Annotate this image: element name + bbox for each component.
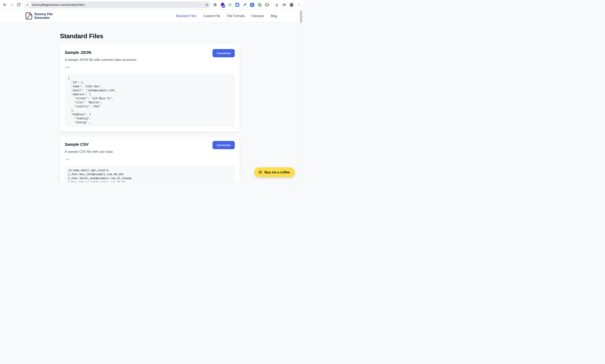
site-header: Dummy File Generator Standard Files Cust… (0, 10, 302, 22)
site-settings-button[interactable] (25, 2, 30, 7)
blue-snowflake-extension-icon[interactable] (235, 3, 240, 7)
recycle-extension-icon[interactable]: ♻ (213, 3, 217, 7)
nav-custom-file[interactable]: Custom File (203, 14, 220, 18)
main-content: Standard Files Sample JSON Download A sa… (60, 32, 240, 182)
reload-icon (16, 2, 21, 7)
card-title: Sample JSON (65, 50, 91, 55)
download-csv-button[interactable]: Download (212, 141, 235, 149)
bookmark-star-icon (205, 3, 209, 7)
downloads-button[interactable] (275, 3, 279, 7)
forward-button[interactable] (8, 1, 15, 8)
main-nav: Standard Files Custom File File Formats … (176, 14, 277, 18)
map-screenshot-extension-icon[interactable] (257, 3, 262, 7)
toolbar-system-icons (275, 3, 301, 7)
card-title: Sample CSV (65, 142, 89, 147)
menu-dots-icon (297, 3, 301, 7)
logo-document-wand-icon (25, 12, 33, 20)
browser-menu-button[interactable] (297, 3, 301, 7)
nav-file-formats[interactable]: File Formats (227, 14, 245, 18)
page-title: Standard Files (60, 32, 240, 40)
page-scrollbar[interactable] (300, 10, 302, 182)
profile-avatar[interactable] (289, 3, 294, 7)
card-header: Sample CSV Download (65, 141, 235, 149)
sample-json-card: Sample JSON Download A sample JSON file … (60, 45, 240, 132)
media-playlist-button[interactable] (282, 3, 287, 7)
nav-standard-files[interactable]: Standard Files (176, 14, 196, 18)
card-description: A sample JSON file with common data stru… (65, 57, 235, 62)
json-code-preview: { "id": 1, "name": "John Doe", "email": … (65, 74, 235, 127)
browser-toolbar: dummyfilegenerator.com/standard-files ♻ … (0, 0, 302, 10)
card-description: A sample CSV file with user data (65, 149, 235, 154)
scrollbar-thumb[interactable] (300, 11, 302, 23)
password-shield-extension-icon[interactable] (250, 3, 254, 7)
bookmark-button[interactable] (205, 3, 209, 7)
reload-button[interactable] (15, 1, 22, 8)
site-logo-text: Dummy File Generator (34, 13, 53, 19)
buy-me-a-coffee-label: Buy me a coffee (264, 170, 290, 174)
extensions-puzzle-icon[interactable] (265, 3, 269, 7)
nav-glossary[interactable]: Glossary (251, 14, 264, 18)
back-button[interactable] (2, 1, 8, 8)
buy-me-a-coffee-button[interactable]: Buy me a coffee (254, 167, 295, 177)
file-extension-label: .csv (65, 157, 235, 161)
site-logo[interactable]: Dummy File Generator (25, 12, 53, 20)
toolbar-divider (272, 3, 272, 7)
extensions-row: ♻ 15 (213, 3, 269, 7)
url-text: dummyfilegenerator.com/standard-files (32, 3, 85, 6)
extension-count-badge: 15 (222, 5, 225, 8)
card-header: Sample JSON Download (65, 49, 235, 57)
media-playlist-icon (282, 3, 287, 7)
coffee-cup-icon (258, 170, 262, 174)
color-picker-eyedropper-extension-icon[interactable] (243, 3, 247, 7)
download-json-button[interactable]: Download (212, 49, 235, 57)
back-icon (3, 2, 7, 7)
site-settings-sliders-icon (26, 3, 29, 7)
nav-blog[interactable]: Blog (271, 14, 277, 18)
purple-diamond-extension-icon[interactable]: 15 (220, 3, 225, 7)
url-bar[interactable]: dummyfilegenerator.com/standard-files (24, 1, 211, 8)
sample-csv-card: Sample CSV Download A sample CSV file wi… (60, 137, 240, 182)
csv-code-preview: id,name,email,age,country 1,John Doe,joh… (65, 166, 235, 182)
file-extension-label: .json (65, 66, 235, 69)
downloads-icon (275, 3, 279, 7)
green-eye-leaf-extension-icon[interactable] (228, 3, 232, 7)
browser-window: dummyfilegenerator.com/standard-files ♻ … (0, 0, 302, 182)
forward-icon (9, 2, 14, 7)
